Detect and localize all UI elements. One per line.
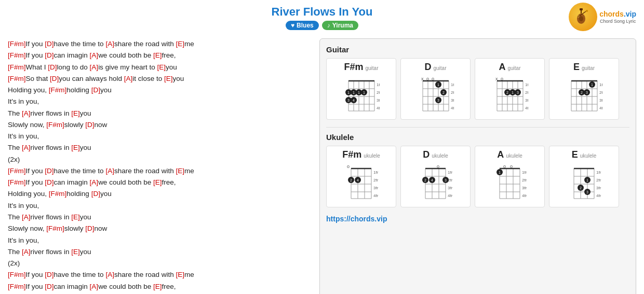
svg-text:4: 4 [431, 178, 433, 182]
lyric-line: (2x) [8, 154, 309, 165]
lyric-text: you [80, 109, 91, 117]
chord-marker: [A] [90, 63, 99, 71]
svg-text:♪: ♪ [578, 13, 580, 19]
chord-marker: [A] [22, 248, 31, 256]
chord-marker: [F#m] [8, 283, 26, 290]
lyric-text: you [172, 75, 184, 82]
svg-text:3fr: 3fr [448, 186, 453, 190]
svg-text:3: 3 [586, 91, 588, 94]
guitar-chord-d: D guitar x o o [400, 58, 471, 120]
lyric-line: It's in you, [8, 96, 309, 107]
lyric-line: The [A]river flows in [E]you [8, 246, 309, 258]
chord-marker: [F#m] [49, 86, 67, 94]
svg-text:3: 3 [347, 99, 350, 102]
lyric-line: [F#m]What I [D]long to do [A]is give my … [8, 62, 309, 73]
page-title: River Flows In You [0, 5, 644, 19]
chord-name-d-guitar: D [424, 62, 431, 73]
lyric-text: If you [26, 167, 45, 175]
ukulele-chord-e: E ukulele 1fr 2fr 3fr 4fr [549, 146, 619, 207]
svg-text:2: 2 [424, 178, 426, 182]
chord-marker: [A] [22, 144, 31, 151]
lyric-text: The [8, 144, 22, 151]
lyric-text: (2x) [8, 156, 20, 163]
lyric-text: slowly [64, 225, 86, 232]
svg-text:4fr: 4fr [522, 193, 527, 198]
lyric-text: river flows in [31, 144, 72, 151]
lyric-text: (2x) [8, 259, 20, 267]
lyric-text: me [184, 167, 194, 175]
chord-marker: [D] [85, 225, 94, 232]
ukulele-chords-row: F#m ukulele o 1fr [326, 146, 629, 207]
guitar-chords-row: F#m guitar [326, 58, 629, 120]
lyric-text: holding [66, 86, 91, 94]
chord-marker: [E] [176, 167, 184, 175]
svg-text:2fr: 2fr [525, 90, 528, 95]
chord-type-fshm-uke: ukulele [364, 153, 380, 159]
lyric-line: (2x) [8, 258, 309, 269]
guitar-section-title: Guitar [326, 45, 629, 54]
lyric-text: The [8, 248, 22, 256]
lyric-line: It's in you, [8, 131, 309, 142]
svg-text:1fr: 1fr [525, 82, 528, 87]
lyric-text: river flows in [31, 248, 72, 256]
chord-marker: [F#m] [8, 51, 26, 59]
chord-marker: [D] [85, 121, 94, 129]
lyric-line: [F#m]If you [D]can imagin [A]we could bo… [8, 50, 309, 61]
lyric-text: you can always hold [59, 75, 124, 82]
chord-marker: [D] [91, 86, 100, 94]
chord-marker: [F#m] [8, 271, 26, 278]
svg-text:3: 3 [445, 178, 447, 182]
lyric-text: If you [26, 51, 45, 59]
lyric-line: [F#m]So that [D]you can always hold [A]i… [8, 73, 309, 85]
user-icon: ♪ [327, 22, 330, 29]
lyric-text: It's in you, [8, 236, 39, 244]
lyric-text: long to do [57, 63, 90, 71]
logo-subtitle: Chord Song Lyric [599, 19, 636, 24]
svg-text:4fr: 4fr [525, 106, 528, 110]
lyric-text: free, [162, 283, 176, 290]
svg-text:2: 2 [581, 91, 583, 94]
lyric-line: [F#m]If you [D]can imagin [A]we could bo… [8, 281, 309, 292]
svg-text:2: 2 [506, 91, 508, 94]
svg-text:4fr: 4fr [377, 106, 380, 110]
svg-text:2fr: 2fr [377, 90, 380, 95]
lyric-text: Slowly now, [8, 225, 46, 232]
svg-text:3fr: 3fr [377, 98, 380, 103]
lyric-line: [F#m]If you [D]have the time to [A]share… [8, 165, 309, 177]
chord-name-e-guitar: E [573, 62, 580, 73]
lyric-text: you [80, 213, 91, 221]
lyric-text: Slowly now, [8, 121, 46, 129]
artist-label: Yiruma [332, 22, 353, 29]
svg-text:o: o [347, 164, 350, 169]
chord-name-fshm-uke: F#m [342, 149, 361, 160]
svg-text:4: 4 [357, 178, 359, 182]
logo-circle: ♪ [569, 3, 597, 31]
chord-panel: Guitar F#m guitar [319, 38, 636, 294]
lyric-text: river flows in [31, 213, 72, 221]
lyric-text: The [8, 109, 22, 117]
svg-text:1fr: 1fr [522, 170, 527, 175]
svg-text:1: 1 [358, 91, 360, 94]
svg-text:2: 2 [350, 178, 352, 182]
svg-text:1: 1 [363, 91, 365, 94]
logo: ♪ chords.vip Chord Song Lyric [569, 3, 636, 31]
svg-text:2fr: 2fr [373, 178, 379, 183]
lyric-line: The [A]river flows in [E]you [8, 212, 309, 223]
lyric-text: holding [66, 190, 91, 198]
svg-text:2fr: 2fr [522, 178, 527, 183]
lyric-text: If you [26, 40, 45, 48]
chord-type-d-guitar: guitar [433, 65, 446, 71]
guitar-logo-icon: ♪ [573, 7, 593, 27]
svg-text:3: 3 [517, 91, 519, 94]
lyric-text: If you [26, 283, 45, 290]
lyric-text: can imagin [54, 283, 90, 290]
chord-marker: [F#m] [8, 75, 26, 82]
lyric-text: is give my heart to [98, 63, 157, 71]
chord-marker: [E] [71, 144, 80, 151]
lyric-line: Slowly now, [F#m]slowly [D]now [8, 223, 309, 234]
lyric-text: it close to [132, 75, 164, 82]
svg-text:1: 1 [586, 178, 588, 182]
chord-marker: [D] [45, 271, 53, 278]
svg-text:3fr: 3fr [525, 98, 528, 103]
fretboard-a-guitar: x o 1fr 2fr 3fr [492, 75, 528, 116]
